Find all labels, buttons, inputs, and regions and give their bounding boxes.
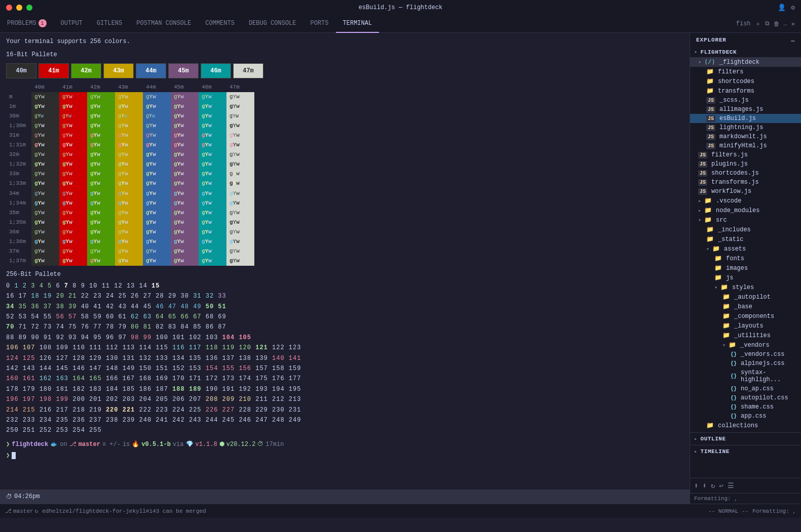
close-button[interactable]: [6, 5, 12, 11]
tab-comments[interactable]: COMMENTS: [198, 15, 242, 33]
prompt-version: v0.5.1-b: [141, 440, 171, 449]
sidebar-icon4[interactable]: ↩: [719, 481, 723, 490]
timeline-section[interactable]: ▸ TIMELINE: [690, 445, 801, 458]
sidebar-item-vendors[interactable]: ▾ 📁 _vendors: [690, 340, 801, 350]
sidebar-item-autopilot[interactable]: 📁 _autopilot: [690, 292, 801, 302]
sidebar-item-shamecss[interactable]: {} shame.css: [690, 402, 801, 412]
explorer-more-icon[interactable]: …: [791, 37, 795, 43]
sidebar-item-flightdeck-root[interactable]: ▾ ⟨/⟩ _flightdeck: [690, 57, 801, 67]
sidebar-item-scssjs[interactable]: JS _scss.js: [690, 96, 801, 105]
table-row: 34m gYw gYw gYw gYw gYw gYw gYw gYw: [6, 189, 254, 198]
cursor-block[interactable]: [12, 452, 16, 459]
split-terminal-icon[interactable]: ⧉: [765, 20, 770, 27]
tab-ports[interactable]: PORTS: [303, 15, 336, 33]
close-panel-icon[interactable]: ✕: [791, 20, 795, 28]
sidebar-item-workflowjs[interactable]: JS workflow.js: [690, 187, 801, 196]
tab-terminal[interactable]: TERMINAL: [336, 15, 379, 33]
prompt-input-line: ❯: [6, 451, 683, 460]
more-icon[interactable]: …: [784, 20, 787, 27]
sidebar-item-filtersjs[interactable]: JS filters.js: [690, 150, 801, 159]
js-icon: JS: [706, 143, 715, 149]
grid-row-232: 232 233 234 235 236 237 238 239 240 241 …: [6, 415, 683, 425]
outline-section[interactable]: ▸ OUTLINE: [690, 432, 801, 445]
prompt-ruby-version: v1.1.8: [196, 440, 217, 449]
prompt-gt: ❯: [6, 451, 10, 460]
sidebar-item-static[interactable]: 📁 _static: [690, 234, 801, 244]
bottombar: ⎇ master ↻ edheltzel/flightdeck-for-jeky…: [0, 504, 801, 518]
formatting-bar: Formatting: ,: [690, 493, 801, 504]
sidebar-icon3[interactable]: ↻: [711, 481, 715, 490]
sidebar-icon1[interactable]: ⬆: [694, 481, 698, 490]
sidebar-item-syntaxcss[interactable]: {} syntax-highligh...: [690, 368, 801, 384]
pr-indicator[interactable]: edheltzel/flightdeck-for-jekyll#143 can …: [42, 508, 206, 514]
sidebar-item-includes[interactable]: 📁 _includes: [690, 225, 801, 234]
table-row: 37m gYw gYw gYw gYw gYw gYw gYw gYw: [6, 247, 254, 256]
sidebar-item-shortcodes[interactable]: 📁 shortcodes: [690, 76, 801, 86]
settings-icon[interactable]: ⚙: [791, 4, 795, 12]
tab-gitlens[interactable]: GITLENS: [90, 15, 129, 33]
sidebar-item-label: _static: [718, 236, 743, 243]
sidebar-item-markdownltjs[interactable]: JS markdownlt.js: [690, 132, 801, 141]
sidebar-item-shortcodesjs[interactable]: JS shortcodes.js: [690, 169, 801, 178]
sidebar-item-styles[interactable]: ▾ 📁 styles: [690, 282, 801, 292]
sidebar-item-images[interactable]: 📁 images: [690, 263, 801, 273]
formatting-label: Formatting: ,: [752, 508, 796, 514]
sidebar-item-nodemodules[interactable]: ▸ 📁 node_modules: [690, 206, 801, 215]
sidebar-item-esbuildjs[interactable]: JS esBuild.js: [690, 114, 801, 123]
sidebar-item-label: allimages.js: [719, 106, 763, 113]
sidebar-item-collections[interactable]: 📁 collections: [690, 421, 801, 430]
branch-indicator[interactable]: ⎇ master ↻: [5, 508, 38, 514]
sidebar-item-layouts[interactable]: 📁 _layouts: [690, 321, 801, 331]
section-flightdeck[interactable]: ▾ FLIGHTDECK: [690, 47, 801, 57]
sidebar-item-filters[interactable]: 📁 filters: [690, 67, 801, 76]
js-icon: JS: [706, 106, 715, 113]
sidebar-item-alpinejscss[interactable]: {} alpinejs.css: [690, 359, 801, 368]
sidebar-item-fonts[interactable]: 📁 fonts: [690, 254, 801, 263]
profile-icon[interactable]: 👤: [778, 4, 786, 12]
sidebar-item-label: _vendors: [740, 342, 770, 349]
tab-debug[interactable]: DEBUG CONSOLE: [242, 15, 303, 33]
tab-output[interactable]: OUTPUT: [54, 15, 90, 33]
add-terminal-icon[interactable]: ＋: [755, 20, 761, 28]
sidebar-item-vendorscss[interactable]: {} _vendors.css: [690, 350, 801, 359]
sidebar-item-label: fonts: [726, 255, 744, 262]
sidebar-item-transforms[interactable]: 📁 transforms: [690, 86, 801, 96]
prompt-node-version: v20.12.2: [226, 440, 256, 449]
tab-problems[interactable]: PROBLEMS 1: [0, 15, 54, 33]
prompt-sync: ≡ +/-: [102, 440, 121, 449]
sidebar-item-noapcss[interactable]: {} no_ap.css: [690, 384, 801, 393]
prompt-is: is: [123, 440, 130, 449]
box-45m: 45m: [168, 63, 199, 78]
sidebar-item-utilities[interactable]: 📁 _utilities: [690, 331, 801, 340]
sidebar-item-assets[interactable]: ▾ 📁 assets: [690, 244, 801, 254]
explorer-header: EXPLORER …: [690, 33, 801, 47]
section1-title: 16-Bit Pallete: [6, 50, 683, 59]
kill-terminal-icon[interactable]: 🗑: [774, 20, 780, 28]
tab-postman[interactable]: POSTMAN CONSOLE: [129, 15, 198, 33]
terminal-content[interactable]: Your terminal supports 256 colors. 16-Bi…: [0, 33, 690, 489]
maximize-button[interactable]: [26, 5, 32, 11]
window-title: esBuild.js — flightdeck: [359, 4, 443, 11]
sidebar-item-allimagesjs[interactable]: JS allimages.js: [690, 105, 801, 114]
grid-row-160: 160 161 162 163 164 165 166 167 168 169 …: [6, 374, 683, 384]
tabbar-controls: fish ＋ ⧉ 🗑 … ✕: [736, 20, 801, 28]
sidebar-icon5[interactable]: ☰: [728, 481, 734, 490]
sidebar-item-label: _layouts: [734, 322, 764, 330]
sidebar-item-minifyhtmljs[interactable]: JS minifyHtml.js: [690, 141, 801, 150]
sidebar-item-lightningjs[interactable]: JS lightning.js: [690, 123, 801, 132]
prompt-fire: 🔥: [132, 440, 139, 449]
sidebar-item-pluginsjs[interactable]: JS plugins.js: [690, 159, 801, 169]
sidebar-item-base[interactable]: 📁 _base: [690, 302, 801, 311]
folder-icon: 📁: [704, 216, 712, 224]
sidebar-item-components[interactable]: 📁 _components: [690, 311, 801, 321]
flightdeck-label: FLIGHTDECK: [701, 49, 737, 55]
sidebar-item-js[interactable]: 📁 js: [690, 273, 801, 282]
minimize-button[interactable]: [16, 5, 22, 11]
sidebar-icon2[interactable]: ⬇: [702, 481, 706, 490]
sidebar-item-transformsjs[interactable]: JS transforms.js: [690, 178, 801, 187]
folder-icon: 📁: [720, 283, 728, 291]
sidebar-item-autopilotcss[interactable]: {} autopilot.css: [690, 393, 801, 402]
sidebar-item-vscode[interactable]: ▸ 📁 .vscode: [690, 196, 801, 206]
sidebar-item-appcss[interactable]: {} app.css: [690, 412, 801, 421]
sidebar-item-src[interactable]: ▾ 📁 src: [690, 215, 801, 225]
